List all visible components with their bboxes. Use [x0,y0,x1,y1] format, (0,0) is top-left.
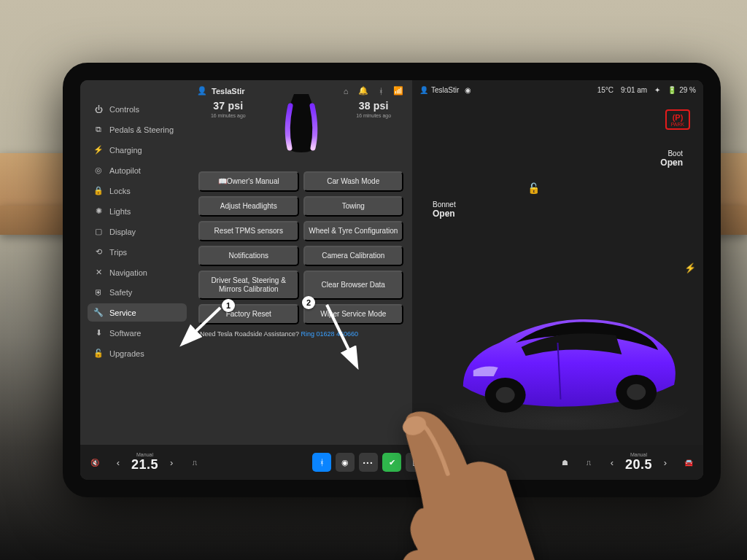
bluetooth-icon[interactable]: ᚼ [374,87,387,96]
profile-name: TeslaStir [212,87,245,96]
passenger-temp[interactable]: Manual 20.5 [625,452,652,472]
sidebar-item-label: Upgrades [109,349,144,358]
roadside-assist-text: Need Tesla Roadside Assistance? Ring 016… [194,330,408,341]
sidebar-item-label: Service [109,308,136,317]
tile-seat-mirrors-cal[interactable]: Driver Seat, Steering & Mirrors Calibrat… [198,271,299,300]
sidebar-item-software[interactable]: ⬇Software [88,324,187,342]
sidebar-item-controls[interactable]: ⏻Controls [88,101,187,118]
car-top-icon [271,94,332,155]
sidebar-item-label: Display [109,228,136,236]
svg-point-2 [496,387,515,403]
download-icon: ⬇ [93,328,104,338]
roadside-assist-link[interactable]: Ring 01628 450660 [301,330,358,338]
bolt-icon: ⚡ [93,145,104,155]
tile-notifications[interactable]: Notifications [198,246,299,266]
sidebar-item-safety[interactable]: ⛨Safety [88,284,187,301]
route-icon: ⟲ [93,247,104,257]
sidebar-item-upgrades[interactable]: 🔓Upgrades [88,344,187,362]
driver-temp[interactable]: Manual 21.5 [131,452,158,472]
status-airbag-icon: ✦ [654,86,660,94]
tile-owners-manual[interactable]: 📖 Owner's Manual [198,171,299,192]
tile-factory-reset[interactable]: Factory Reset [198,304,299,324]
sidebar-item-label: Software [109,329,141,338]
svg-point-4 [627,384,646,400]
unlock-icon: 🔓 [93,349,104,358]
defrost-front-button[interactable]: ☗ [555,452,576,472]
status-battery[interactable]: 🔋 29 % [667,86,696,94]
sidebar-item-autopilot[interactable]: ◎Autopilot [88,161,187,179]
sidebar-item-service[interactable]: 🔧Service [88,303,187,322]
sidebar-item-trips[interactable]: ⟲Trips [88,243,187,261]
tile-clear-browser-data[interactable]: Clear Browser Data [303,271,404,300]
power-icon: ⏻ [93,105,104,114]
sidebar-item-label: Controls [109,105,139,114]
display-icon: ▢ [93,227,104,236]
sidebar-item-label: Trips [109,248,127,257]
sidebar-item-label: Pedals & Steering [109,125,174,134]
user-icon: 👤 [197,86,207,96]
tpms-left: 37 psi 16 minutes ago [211,100,246,118]
tile-adjust-headlights[interactable]: Adjust Headlights [198,196,299,217]
status-temperature: 15°C [597,86,614,94]
lock-icon: 🔒 [93,186,104,195]
vehicle-view-panel: 👤 TeslaStir ◉ 15°C 9:01 am ✦ 🔋 29 % (P) … [412,80,703,445]
car-icon: ⧉ [93,125,104,134]
notifications-bell-icon[interactable]: 🔔 [357,86,370,96]
tile-car-wash-mode[interactable]: Car Wash Mode [303,171,404,192]
tile-wiper-service[interactable]: Wiper Service Mode [303,304,404,324]
tile-camera-calibration[interactable]: Camera Calibration [303,246,404,266]
annotation-marker-1: 1 [222,299,235,312]
sidebar-item-locks[interactable]: 🔒Locks [88,182,187,200]
tpms-display: 37 psi 16 minutes ago [198,100,403,164]
status-profile[interactable]: 👤 TeslaStir [419,86,459,94]
temp-down-left[interactable]: ‹ [108,452,128,472]
park-brake-indicator: (P) PARK [665,109,690,130]
sidebar-item-label: Locks [109,187,131,195]
tile-wheel-tyre-config[interactable]: Wheel & Tyre Configuration [303,221,404,241]
homelink-icon[interactable]: ⌂ [339,87,352,96]
status-sentry-icon[interactable]: ◉ [465,86,471,94]
sidebar-item-display[interactable]: ▢Display [88,222,187,241]
sidebar-item-charging[interactable]: ⚡Charging [88,141,187,159]
sidebar-item-label: Lights [109,207,131,216]
compass-icon: ✕ [93,268,104,277]
wrench-icon: 🔧 [93,308,104,317]
sidebar-item-label: Autopilot [109,166,141,175]
app-bluetooth-icon[interactable]: ᚼ [312,453,331,472]
service-panel: 👤 TeslaStir ⌂ 🔔 ᚼ 📶 37 psi 16 minutes ag… [190,80,412,445]
temp-up-right[interactable]: › [655,452,676,472]
wheel-icon: ◎ [93,166,104,175]
tpms-right: 38 psi 16 minutes ago [356,100,391,118]
sidebar-item-label: Navigation [109,268,147,277]
sidebar-item-navigation[interactable]: ✕Navigation [88,263,187,281]
sidebar-item-label: Charging [109,146,142,155]
status-time: 9:01 am [621,86,647,94]
temp-down-right[interactable]: ‹ [602,452,622,472]
seat-heat-right-button[interactable]: ⎍ [578,452,599,472]
sidebar-item-lights[interactable]: ✺Lights [88,202,187,220]
car-quick-button[interactable]: 🚘 [678,452,699,472]
volume-mute-button[interactable]: 🔇 [85,452,105,472]
settings-sidebar: ⏻Controls ⧉Pedals & Steering ⚡Charging ◎… [80,80,190,445]
seat-heat-left-button[interactable]: ⎍ [185,452,205,472]
tile-reset-tpms[interactable]: Reset TPMS sensors [198,221,299,241]
sparkle-icon: ✺ [93,206,104,216]
shield-icon: ⛨ [93,288,104,297]
wifi-icon[interactable]: 📶 [392,86,405,96]
sidebar-item-pedals-steering[interactable]: ⧉Pedals & Steering [88,120,187,139]
tile-towing[interactable]: Towing [303,196,404,217]
annotation-marker-2: 2 [302,296,315,309]
temp-up-left[interactable]: › [161,452,182,472]
status-bar: 👤 TeslaStir ◉ 15°C 9:01 am ✦ 🔋 29 % [412,83,703,97]
sidebar-item-label: Safety [109,288,132,297]
